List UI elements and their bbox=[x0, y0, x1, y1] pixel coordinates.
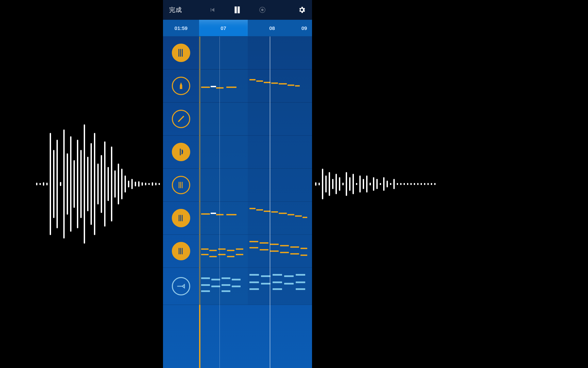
note-segment[interactable] bbox=[295, 85, 300, 87]
track-header[interactable] bbox=[163, 235, 199, 268]
note-segment[interactable] bbox=[201, 284, 210, 286]
track-lane[interactable] bbox=[199, 235, 312, 268]
note-segment[interactable] bbox=[201, 290, 210, 292]
note-segment[interactable] bbox=[296, 288, 305, 290]
note-segment[interactable] bbox=[280, 245, 289, 246]
note-segment[interactable] bbox=[256, 80, 263, 82]
note-segment[interactable] bbox=[300, 248, 307, 249]
track-header[interactable] bbox=[163, 136, 199, 169]
note-segment[interactable] bbox=[249, 274, 259, 276]
note-segment[interactable] bbox=[280, 252, 289, 253]
note-segment[interactable] bbox=[264, 211, 271, 212]
bar-marker[interactable]: 08 bbox=[248, 20, 296, 36]
note-segment[interactable] bbox=[260, 242, 268, 244]
strings2-icon bbox=[172, 176, 190, 194]
pause-icon[interactable] bbox=[232, 5, 242, 15]
track-lanes[interactable] bbox=[199, 36, 312, 368]
skip-previous-icon[interactable] bbox=[209, 6, 216, 13]
note-segment[interactable] bbox=[201, 254, 209, 255]
note-segment[interactable] bbox=[295, 215, 302, 217]
note-segment[interactable] bbox=[201, 248, 209, 250]
note-segment[interactable] bbox=[273, 274, 282, 276]
trumpet-icon bbox=[172, 277, 190, 295]
note-segment[interactable] bbox=[227, 250, 234, 251]
note-segment[interactable] bbox=[284, 283, 294, 285]
note-segment[interactable] bbox=[270, 244, 279, 245]
note-segment[interactable] bbox=[300, 255, 307, 256]
bar-marker-current[interactable]: 07 bbox=[199, 20, 248, 36]
track-header[interactable] bbox=[163, 268, 199, 305]
note-segment[interactable] bbox=[249, 288, 259, 290]
track-headers bbox=[163, 36, 199, 368]
track-lane[interactable] bbox=[199, 202, 312, 235]
note-segment[interactable] bbox=[279, 83, 287, 85]
note-segment[interactable] bbox=[216, 214, 224, 215]
record-icon[interactable] bbox=[259, 6, 266, 14]
note-segment[interactable] bbox=[216, 87, 224, 89]
note-segment[interactable] bbox=[270, 250, 279, 252]
note-segment[interactable] bbox=[209, 250, 217, 251]
note-segment[interactable] bbox=[296, 281, 305, 283]
svg-point-1 bbox=[261, 9, 263, 11]
note-segment[interactable] bbox=[201, 213, 210, 215]
note-segment[interactable] bbox=[236, 254, 243, 255]
note-segment[interactable] bbox=[256, 209, 263, 211]
note-segment[interactable] bbox=[284, 275, 294, 277]
note-segment[interactable] bbox=[222, 290, 230, 292]
note-segment[interactable] bbox=[273, 288, 282, 290]
timecode-label: 01:59 bbox=[163, 20, 199, 36]
note-segment[interactable] bbox=[261, 275, 271, 277]
track-lane[interactable] bbox=[199, 70, 312, 103]
note-segment[interactable] bbox=[201, 277, 210, 279]
app-panel: 完成 01:59 07 08 09 bbox=[163, 0, 312, 368]
track-lane[interactable] bbox=[199, 36, 312, 70]
note-segment[interactable] bbox=[290, 246, 299, 248]
bar-marker[interactable]: 09 bbox=[296, 20, 312, 36]
note-segment[interactable] bbox=[211, 286, 220, 287]
note-segment[interactable] bbox=[249, 281, 259, 283]
note-segment[interactable] bbox=[273, 281, 282, 283]
note-segment[interactable] bbox=[288, 214, 294, 215]
note-segment[interactable] bbox=[288, 85, 294, 86]
note-segment[interactable] bbox=[222, 284, 230, 286]
note-segment[interactable] bbox=[232, 286, 241, 287]
note-segment[interactable] bbox=[260, 249, 268, 250]
track-lane[interactable] bbox=[199, 136, 312, 169]
note-segment[interactable] bbox=[211, 86, 216, 87]
strings3-icon bbox=[172, 209, 190, 227]
track-lane[interactable] bbox=[199, 169, 312, 202]
note-segment[interactable] bbox=[264, 82, 271, 83]
note-segment[interactable] bbox=[249, 247, 258, 248]
note-segment[interactable] bbox=[249, 79, 256, 80]
note-segment[interactable] bbox=[232, 279, 241, 280]
track-header[interactable] bbox=[163, 36, 199, 70]
note-segment[interactable] bbox=[290, 253, 299, 255]
timeline-ruler[interactable]: 01:59 07 08 09 bbox=[163, 20, 312, 36]
note-segment[interactable] bbox=[209, 256, 217, 257]
gear-icon[interactable] bbox=[298, 6, 306, 14]
note-segment[interactable] bbox=[201, 87, 210, 88]
track-lane[interactable] bbox=[199, 103, 312, 136]
note-segment[interactable] bbox=[226, 87, 236, 88]
note-segment[interactable] bbox=[271, 82, 278, 84]
note-segment[interactable] bbox=[236, 248, 243, 250]
note-segment[interactable] bbox=[279, 213, 287, 214]
note-segment[interactable] bbox=[303, 217, 307, 218]
done-button[interactable]: 完成 bbox=[169, 6, 182, 14]
note-segment[interactable] bbox=[261, 283, 271, 285]
playhead[interactable] bbox=[270, 36, 270, 368]
track-header[interactable] bbox=[163, 70, 199, 103]
note-segment[interactable] bbox=[249, 208, 256, 209]
note-segment[interactable] bbox=[296, 274, 305, 276]
note-segment[interactable] bbox=[226, 214, 236, 215]
note-segment[interactable] bbox=[249, 241, 258, 242]
note-segment[interactable] bbox=[271, 211, 278, 213]
note-segment[interactable] bbox=[222, 277, 230, 279]
note-segment[interactable] bbox=[211, 279, 220, 280]
track-header[interactable] bbox=[163, 202, 199, 235]
track-header[interactable] bbox=[163, 103, 199, 136]
track-lane[interactable] bbox=[199, 268, 312, 305]
track-header[interactable] bbox=[163, 169, 199, 202]
note-segment[interactable] bbox=[211, 213, 216, 214]
note-segment[interactable] bbox=[227, 256, 234, 257]
